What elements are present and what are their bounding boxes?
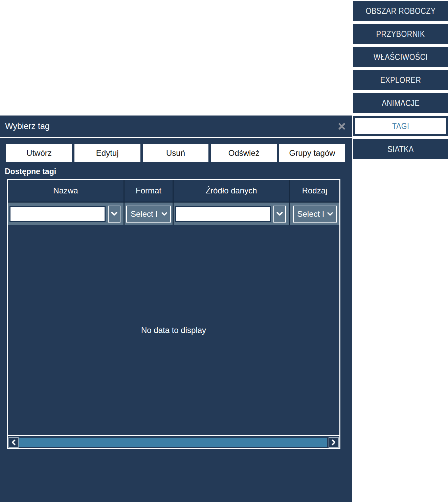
horizontal-scrollbar — [8, 435, 339, 448]
tag-groups-button[interactable]: Grupy tagów — [279, 144, 345, 162]
rodzaj-filter-select[interactable]: Select I — [293, 206, 337, 223]
available-tags-label: Dostępne tagi — [5, 167, 352, 176]
header-divider — [0, 137, 352, 138]
sidebar-item-siatka[interactable]: SIATKA — [353, 139, 448, 159]
column-header-zrodlo-danych[interactable]: Źródło danych — [173, 180, 289, 202]
empty-table-message: No data to display — [141, 326, 206, 335]
sidebar-item-animacje[interactable]: ANIMACJE — [353, 93, 448, 113]
filter-cell-rodzaj: Select I — [289, 203, 339, 225]
column-header-rodzaj[interactable]: Rodzaj — [289, 180, 339, 202]
delete-tag-button[interactable]: Usuń — [143, 144, 209, 162]
format-filter-value: Select I — [131, 209, 159, 219]
wybierz-tag-dialog: Wybierz tag Utwórz Edytuj Usuń Odśwież G… — [0, 116, 352, 502]
zrodlo-danych-filter-dropdown-button[interactable] — [273, 206, 286, 223]
format-filter-select[interactable]: Select I — [126, 206, 171, 223]
chevron-down-icon — [111, 212, 117, 216]
sidebar-item-wlasciwosci[interactable]: WŁAŚCIWOŚCI — [353, 47, 448, 67]
create-tag-button[interactable]: Utwórz — [6, 144, 72, 162]
chevron-down-icon — [327, 212, 333, 216]
table-header-row: Nazwa Format Źródło danych Rodzaj — [8, 180, 339, 203]
filter-cell-nazwa — [8, 203, 124, 225]
sidebar-item-label: SIATKA — [387, 144, 413, 154]
dialog-title: Wybierz tag — [5, 121, 338, 131]
sidebar-item-label: OBSZAR ROBOCZY — [366, 6, 436, 16]
sidebar-panel: OBSZAR ROBOCZY PRZYBORNIK WŁAŚCIWOŚCI EX… — [353, 1, 448, 162]
rodzaj-filter-value: Select I — [297, 209, 325, 219]
refresh-button[interactable]: Odśwież — [211, 144, 277, 162]
sidebar-item-explorer[interactable]: EXPLORER — [353, 70, 448, 90]
scroll-left-button[interactable] — [8, 437, 19, 448]
edit-tag-button[interactable]: Edytuj — [74, 144, 140, 162]
filter-cell-zrodlo-danych — [173, 203, 289, 225]
chevron-down-icon — [276, 212, 283, 216]
sidebar-item-tagi-active[interactable]: TAGI — [353, 116, 448, 136]
sidebar-item-label: ANIMACJE — [382, 98, 420, 108]
sidebar-item-label: EXPLORER — [380, 75, 421, 85]
tags-table: Nazwa Format Źródło danych Rodzaj Select… — [7, 179, 340, 449]
close-icon[interactable] — [338, 122, 346, 130]
sidebar-item-label: WŁAŚCIWOŚCI — [374, 52, 428, 62]
column-header-format[interactable]: Format — [124, 180, 173, 202]
dialog-header: Wybierz tag — [0, 116, 352, 137]
nazwa-filter-dropdown-button[interactable] — [108, 206, 120, 223]
nazwa-filter-input[interactable] — [9, 206, 106, 222]
chevron-left-icon — [12, 439, 16, 445]
column-header-nazwa[interactable]: Nazwa — [8, 180, 124, 202]
dialog-toolbar: Utwórz Edytuj Usuń Odśwież Grupy tagów — [6, 144, 345, 162]
horizontal-scrollbar-thumb[interactable] — [19, 438, 327, 447]
table-filter-row: Select I Select I — [8, 203, 339, 225]
sidebar-item-label: PRZYBORNIK — [376, 29, 425, 39]
table-body: No data to display — [8, 225, 339, 435]
chevron-right-icon — [332, 439, 336, 445]
sidebar-item-label: TAGI — [392, 121, 409, 131]
sidebar-item-przybornik[interactable]: PRZYBORNIK — [353, 24, 448, 44]
chevron-down-icon — [161, 212, 167, 216]
zrodlo-danych-filter-input[interactable] — [175, 206, 271, 222]
sidebar-item-obszar-roboczy[interactable]: OBSZAR ROBOCZY — [353, 1, 448, 21]
scroll-right-button[interactable] — [329, 437, 339, 448]
filter-cell-format: Select I — [124, 203, 173, 225]
